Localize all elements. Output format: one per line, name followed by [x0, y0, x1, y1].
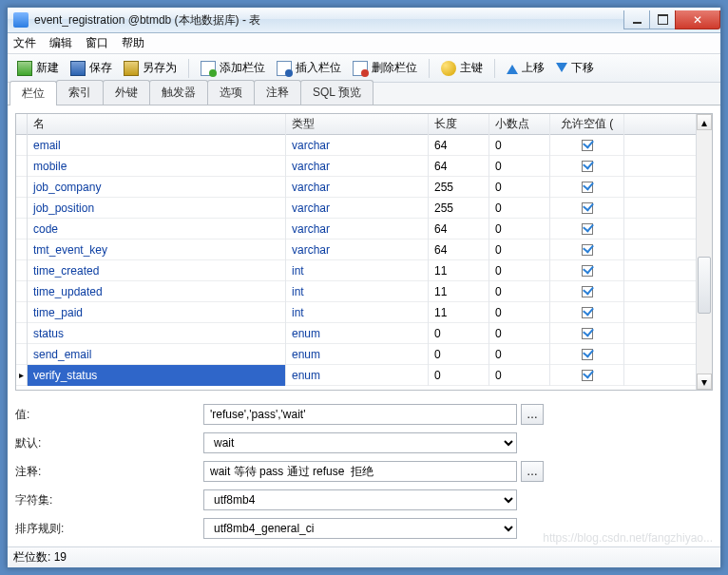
- cell-decimals[interactable]: 0: [489, 365, 550, 386]
- menu-file[interactable]: 文件: [13, 35, 36, 51]
- cell-type[interactable]: int: [286, 260, 429, 281]
- table-row[interactable]: send_emailenum00: [16, 344, 712, 365]
- cell-allownull[interactable]: [550, 260, 624, 281]
- table-row[interactable]: time_paidint110: [16, 302, 712, 323]
- col-name[interactable]: 名: [28, 114, 286, 135]
- cell-decimals[interactable]: 0: [489, 177, 550, 198]
- cell-decimals[interactable]: 0: [489, 219, 550, 240]
- cell-name[interactable]: job_position: [28, 198, 286, 219]
- cell-type[interactable]: varchar: [286, 198, 429, 219]
- cell-name[interactable]: time_paid: [28, 302, 286, 323]
- cell-allownull[interactable]: [550, 198, 624, 219]
- cell-type[interactable]: int: [286, 281, 429, 302]
- scroll-thumb[interactable]: [698, 257, 711, 314]
- cell-decimals[interactable]: 0: [489, 135, 550, 156]
- cell-length[interactable]: 255: [429, 177, 489, 198]
- table-row[interactable]: verify_statusenum00: [16, 365, 712, 386]
- insert-field-button[interactable]: 插入栏位: [273, 58, 345, 78]
- cell-name[interactable]: send_email: [28, 344, 286, 365]
- minimize-button[interactable]: [623, 10, 650, 29]
- cell-allownull[interactable]: [550, 344, 624, 365]
- cell-allownull[interactable]: [550, 302, 624, 323]
- cell-name[interactable]: email: [28, 135, 286, 156]
- charset-select[interactable]: utf8mb4: [203, 489, 517, 510]
- cell-length[interactable]: 255: [429, 198, 489, 219]
- new-button[interactable]: 新建: [13, 58, 63, 78]
- add-field-button[interactable]: 添加栏位: [197, 58, 269, 78]
- cell-name[interactable]: status: [28, 323, 286, 344]
- checkbox-icon[interactable]: [582, 223, 593, 235]
- checkbox-icon[interactable]: [582, 244, 593, 256]
- cell-name[interactable]: tmt_event_key: [28, 240, 286, 260]
- cell-decimals[interactable]: 0: [489, 323, 550, 344]
- cell-allownull[interactable]: [550, 219, 624, 240]
- col-length[interactable]: 长度: [429, 114, 489, 135]
- cell-allownull[interactable]: [550, 365, 624, 386]
- cell-decimals[interactable]: 0: [489, 260, 550, 281]
- table-row[interactable]: mobilevarchar640: [16, 156, 712, 177]
- checkbox-icon[interactable]: [582, 265, 593, 277]
- delete-field-button[interactable]: 删除栏位: [349, 58, 421, 78]
- cell-type[interactable]: varchar: [286, 135, 429, 156]
- checkbox-icon[interactable]: [582, 140, 593, 151]
- cell-length[interactable]: 0: [429, 323, 489, 344]
- cell-type[interactable]: varchar: [286, 177, 429, 198]
- checkbox-icon[interactable]: [582, 370, 593, 381]
- table-row[interactable]: time_createdint110: [16, 260, 712, 281]
- col-allownull[interactable]: 允许空值 (: [550, 114, 624, 135]
- maximize-button[interactable]: [649, 10, 676, 29]
- cell-length[interactable]: 0: [429, 365, 489, 386]
- cell-allownull[interactable]: [550, 323, 624, 344]
- cell-type[interactable]: int: [286, 302, 429, 323]
- cell-length[interactable]: 64: [429, 240, 489, 260]
- table-row[interactable]: job_companyvarchar2550: [16, 177, 712, 198]
- primary-key-button[interactable]: 主键: [437, 58, 487, 78]
- cell-decimals[interactable]: 0: [489, 302, 550, 323]
- cell-allownull[interactable]: [550, 156, 624, 177]
- value-browse-button[interactable]: …: [521, 404, 544, 425]
- tab-2[interactable]: 外键: [103, 80, 150, 105]
- menu-window[interactable]: 窗口: [86, 35, 108, 51]
- cell-name[interactable]: code: [28, 219, 286, 240]
- cell-allownull[interactable]: [550, 177, 624, 198]
- cell-name[interactable]: time_updated: [28, 281, 286, 302]
- cell-length[interactable]: 11: [429, 260, 489, 281]
- col-decimals[interactable]: 小数点: [489, 114, 550, 135]
- menu-help[interactable]: 帮助: [122, 35, 144, 51]
- cell-name[interactable]: time_created: [28, 260, 286, 281]
- cell-length[interactable]: 64: [429, 156, 489, 177]
- tab-3[interactable]: 触发器: [149, 80, 208, 105]
- save-button[interactable]: 保存: [67, 58, 116, 78]
- table-row[interactable]: statusenum00: [16, 323, 712, 344]
- tab-0[interactable]: 栏位: [10, 81, 57, 105]
- move-down-button[interactable]: 下移: [552, 57, 598, 80]
- cell-type[interactable]: enum: [286, 323, 429, 344]
- menu-edit[interactable]: 编辑: [49, 35, 72, 51]
- checkbox-icon[interactable]: [582, 161, 593, 172]
- cell-length[interactable]: 64: [429, 219, 489, 240]
- cell-type[interactable]: varchar: [286, 240, 429, 260]
- cell-decimals[interactable]: 0: [489, 156, 550, 177]
- close-button[interactable]: ✕: [675, 10, 720, 29]
- checkbox-icon[interactable]: [582, 202, 593, 214]
- cell-type[interactable]: enum: [286, 365, 429, 386]
- cell-allownull[interactable]: [550, 135, 624, 156]
- checkbox-icon[interactable]: [582, 328, 593, 339]
- checkbox-icon[interactable]: [582, 307, 593, 318]
- tab-5[interactable]: 注释: [254, 80, 301, 105]
- value-input[interactable]: [203, 404, 517, 425]
- cell-length[interactable]: 11: [429, 281, 489, 302]
- default-select[interactable]: wait: [203, 432, 517, 453]
- cell-allownull[interactable]: [550, 281, 624, 302]
- comment-input[interactable]: [203, 461, 517, 482]
- cell-decimals[interactable]: 0: [489, 281, 550, 302]
- tab-1[interactable]: 索引: [56, 80, 104, 105]
- table-row[interactable]: emailvarchar640: [16, 135, 712, 156]
- cell-type[interactable]: enum: [286, 344, 429, 365]
- checkbox-icon[interactable]: [582, 286, 593, 297]
- scroll-up-arrow[interactable]: ▴: [697, 114, 712, 130]
- cell-name[interactable]: mobile: [28, 156, 286, 177]
- tab-4[interactable]: 选项: [207, 80, 255, 105]
- cell-name[interactable]: verify_status: [28, 365, 286, 386]
- cell-length[interactable]: 11: [429, 302, 489, 323]
